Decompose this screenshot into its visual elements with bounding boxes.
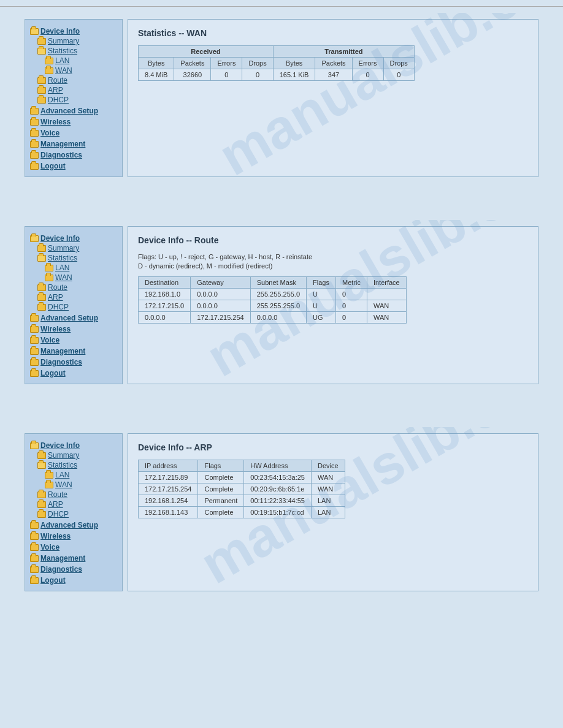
sidebar-item-diagnostics[interactable]: Diagnostics (29, 151, 118, 159)
sidebar-item-route-2[interactable]: Route (29, 283, 118, 292)
device-info-link[interactable]: Device Info (40, 27, 80, 36)
sidebar-item-wireless-3[interactable]: Wireless (29, 532, 118, 540)
folder-icon-advanced-2 (30, 315, 39, 322)
arpflags-4: Complete (198, 507, 244, 518)
sidebar-item-management-2[interactable]: Management (29, 347, 118, 355)
sidebar-item-statistics-3[interactable]: Statistics (29, 461, 118, 469)
dhcp-link-2[interactable]: DHCP (48, 303, 69, 311)
device-info-link-2[interactable]: Device Info (40, 234, 80, 243)
folder-icon-logout-2 (30, 370, 39, 377)
ip-3: 192.168.1.254 (139, 495, 198, 507)
summary-link-2[interactable]: Summary (48, 244, 79, 252)
sidebar-item-diagnostics-2[interactable]: Diagnostics (29, 358, 118, 366)
sidebar-item-wireless[interactable]: Wireless (29, 118, 118, 126)
sidebar-item-arp-2[interactable]: ARP (29, 293, 118, 301)
sidebar-item-advanced-2[interactable]: Advanced Setup (29, 314, 118, 322)
voice-link[interactable]: Voice (40, 129, 59, 137)
diagnostics-link[interactable]: Diagnostics (40, 151, 82, 159)
sidebar-item-route-3[interactable]: Route (29, 490, 118, 499)
diagnostics-link-2[interactable]: Diagnostics (40, 358, 82, 366)
sidebar-item-lan-2[interactable]: LAN (29, 264, 118, 272)
sidebar-item-advanced[interactable]: Advanced Setup (29, 107, 118, 115)
sidebar-item-logout-2[interactable]: Logout (29, 369, 118, 377)
sidebar-item-dhcp-2[interactable]: DHCP (29, 303, 118, 311)
management-link[interactable]: Management (40, 140, 85, 148)
flags-1: U (307, 288, 336, 300)
lan-link[interactable]: LAN (55, 56, 69, 65)
sidebar-item-voice-3[interactable]: Voice (29, 543, 118, 552)
arp-link-3[interactable]: ARP (48, 500, 63, 509)
logout-link[interactable]: Logout (40, 162, 66, 170)
sidebar-item-lan-3[interactable]: LAN (29, 471, 118, 479)
route-link-2[interactable]: Route (48, 283, 67, 292)
sidebar-item-route[interactable]: Route (29, 76, 118, 85)
sidebar-item-logout-3[interactable]: Logout (29, 576, 118, 585)
hw-3: 00:11:22:33:44:55 (244, 495, 312, 507)
folder-icon-wan-3 (45, 482, 53, 488)
advanced-link-3[interactable]: Advanced Setup (40, 521, 98, 529)
dhcp-link-3[interactable]: DHCP (48, 510, 69, 518)
sidebar-item-wireless-2[interactable]: Wireless (29, 325, 118, 333)
sidebar-item-device-info-2[interactable]: Device Info (29, 234, 118, 243)
sidebar-item-arp[interactable]: ARP (29, 86, 118, 94)
sidebar-item-device-info[interactable]: Device Info (29, 27, 118, 36)
advanced-link-2[interactable]: Advanced Setup (40, 314, 98, 322)
sidebar-item-voice[interactable]: Voice (29, 129, 118, 137)
sidebar-item-voice-2[interactable]: Voice (29, 336, 118, 344)
sidebar-item-management[interactable]: Management (29, 140, 118, 148)
logout-link-3[interactable]: Logout (40, 576, 66, 585)
arp-link[interactable]: ARP (48, 86, 63, 94)
wireless-link-3[interactable]: Wireless (40, 532, 71, 540)
statistics-link[interactable]: Statistics (48, 47, 77, 55)
route-link-3[interactable]: Route (48, 490, 67, 499)
statistics-link-3[interactable]: Statistics (48, 461, 77, 469)
sidebar-item-advanced-3[interactable]: Advanced Setup (29, 521, 118, 529)
sidebar-item-logout[interactable]: Logout (29, 162, 118, 170)
diagnostics-link-3[interactable]: Diagnostics (40, 565, 82, 574)
folder-icon-wireless (30, 119, 39, 126)
sidebar-item-summary-2[interactable]: Summary (29, 244, 118, 252)
lan-link-2[interactable]: LAN (55, 264, 69, 272)
dhcp-link[interactable]: DHCP (48, 96, 69, 104)
voice-link-3[interactable]: Voice (40, 543, 59, 552)
summary-link[interactable]: Summary (48, 37, 79, 45)
sidebar-item-arp-3[interactable]: ARP (29, 500, 118, 509)
wan-link[interactable]: WAN (55, 66, 72, 75)
col-bytes-rx: Bytes (139, 58, 174, 69)
device-info-link-3[interactable]: Device Info (40, 441, 80, 450)
management-link-3[interactable]: Management (40, 554, 85, 563)
voice-link-2[interactable]: Voice (40, 336, 59, 344)
route-section: manualslib.com Device Info Summary Stati… (0, 220, 563, 396)
wireless-link[interactable]: Wireless (40, 118, 71, 126)
wan-link-3[interactable]: WAN (55, 480, 72, 489)
statistics-link-2[interactable]: Statistics (48, 254, 77, 262)
wan-link-2[interactable]: WAN (55, 273, 72, 282)
sidebar-item-diagnostics-3[interactable]: Diagnostics (29, 565, 118, 574)
sidebar-item-dhcp-3[interactable]: DHCP (29, 510, 118, 518)
management-link-2[interactable]: Management (40, 347, 85, 355)
sidebar-item-statistics-2[interactable]: Statistics (29, 254, 118, 262)
sidebar-item-wan-2[interactable]: WAN (29, 273, 118, 282)
route-container: Device Info Summary Statistics LAN WAN (25, 226, 538, 384)
sidebar-item-summary[interactable]: Summary (29, 37, 118, 45)
wireless-link-2[interactable]: Wireless (40, 325, 71, 333)
sidebar-item-wan[interactable]: WAN (29, 66, 118, 75)
transmitted-header: Transmitted (273, 46, 414, 58)
route-link[interactable]: Route (48, 76, 67, 85)
sidebar-item-statistics[interactable]: Statistics (29, 47, 118, 55)
dest-2: 172.17.215.0 (139, 300, 191, 311)
sidebar-item-lan[interactable]: LAN (29, 56, 118, 65)
sidebar-item-summary-3[interactable]: Summary (29, 451, 118, 460)
lan-link-3[interactable]: LAN (55, 471, 69, 479)
summary-link-3[interactable]: Summary (48, 451, 79, 460)
flags-3: UG (307, 311, 336, 323)
logout-link-2[interactable]: Logout (40, 369, 66, 377)
sidebar-item-device-info-3[interactable]: Device Info (29, 441, 118, 450)
advanced-link[interactable]: Advanced Setup (40, 107, 98, 115)
arp-link-2[interactable]: ARP (48, 293, 63, 301)
col-drops-rx: Drops (242, 58, 273, 69)
sidebar-item-wan-3[interactable]: WAN (29, 480, 118, 489)
sidebar-item-management-3[interactable]: Management (29, 554, 118, 563)
col-hw-addr: HW Address (244, 460, 312, 472)
sidebar-item-dhcp[interactable]: DHCP (29, 96, 118, 104)
